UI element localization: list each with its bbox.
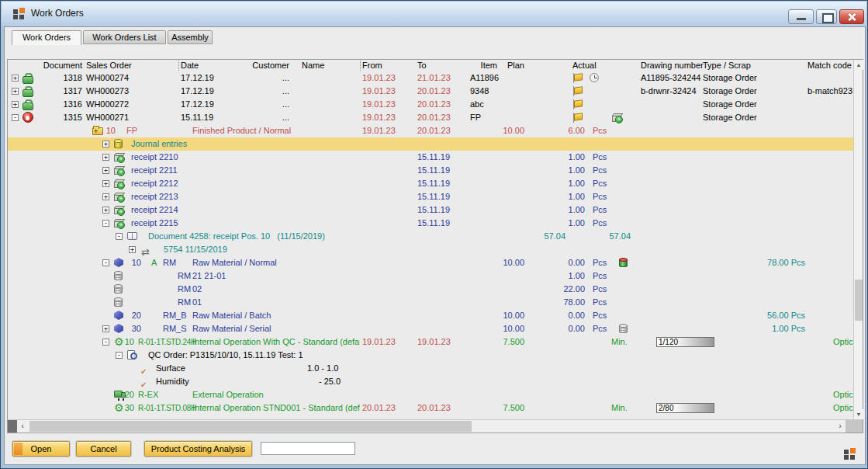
column-header-type[interactable]: Type / Scrap	[703, 61, 751, 71]
expand-expander[interactable]: +	[12, 88, 19, 95]
cell-qty: 22.00	[563, 283, 585, 296]
column-header-plan[interactable]: Plan	[507, 61, 524, 71]
row-op-20-rex[interactable]: 20R-EXExternal OperationOptic	[8, 388, 853, 401]
row-qc-order[interactable]: -QC Order: P1315/10/10, 15.11.19 Test: 1	[8, 349, 853, 362]
row-item-rm[interactable]: -10ARMRaw Material / Normal10.000.00Pcs7…	[8, 256, 853, 269]
horizontal-scrollbar-thumb[interactable]	[29, 421, 472, 432]
column-header-date[interactable]: Date	[181, 61, 199, 71]
scroll-up-icon[interactable]: ▲	[854, 60, 863, 70]
row-receipt-2211[interactable]: +receipt 221115.11.191.00Pcs	[8, 164, 853, 177]
horizontal-scrollbar[interactable]: ‹ ›	[8, 419, 863, 433]
column-header-match[interactable]: Match code	[807, 61, 852, 71]
column-header-so[interactable]: Sales Order	[86, 61, 132, 71]
row-receipt-2213[interactable]: +receipt 221315.11.191.00Pcs	[8, 190, 853, 203]
row-doc-1315[interactable]: -1315WH00027115.11.19...19.01.2320.01.23…	[8, 111, 853, 124]
scroll-down-icon[interactable]: ▼	[854, 409, 863, 419]
cell-date: 15.11.19	[181, 111, 213, 124]
row-receipt-2215[interactable]: -receipt 221515.11.191.00Pcs	[8, 217, 853, 230]
cancel-button[interactable]: Cancel	[76, 441, 131, 457]
row-bin-rm-2[interactable]: RM0222.00Pcs	[8, 283, 853, 296]
collapse-expander[interactable]: -	[116, 233, 123, 240]
open-button[interactable]: Open	[12, 441, 70, 457]
row-op-30[interactable]: 30R-01-1T.STD.08HInternal Operation STND…	[8, 401, 853, 415]
row-receipt-2214[interactable]: +receipt 221415.11.191.00Pcs	[8, 203, 853, 217]
scroll-left-icon[interactable]: ‹	[17, 420, 28, 433]
cell-unit: Pcs	[593, 124, 607, 137]
cell-type: Storage Order	[703, 71, 757, 85]
expand-expander[interactable]: +	[129, 246, 136, 253]
cell-unit: Pcs	[593, 283, 607, 296]
column-header-name[interactable]: Name	[302, 61, 324, 71]
row-doc-1316[interactable]: +1316WH00027217.12.19...19.01.2320.01.23…	[8, 98, 853, 111]
row-op-10[interactable]: -10R-01-1T.STD.24HInternal Operation Wit…	[8, 335, 853, 349]
column-header-actual[interactable]: Actual	[572, 61, 597, 71]
tab-work-orders-list[interactable]: Work Orders List	[83, 30, 166, 44]
vertical-scrollbar-thumb[interactable]	[855, 280, 863, 321]
row-qc-test-surface[interactable]: Surface1.0 - 1.0	[8, 362, 853, 375]
quantity-progress-field[interactable]: 1/120	[656, 337, 714, 347]
tab-work-orders[interactable]: Work Orders	[12, 30, 81, 45]
cell-plan: 10.00	[503, 124, 524, 137]
column-header-from[interactable]: From	[362, 61, 382, 71]
expand-expander[interactable]: +	[12, 101, 19, 108]
resize-grip-icon[interactable]	[843, 448, 856, 460]
cylinder-yellow-icon	[114, 140, 123, 148]
row-pos-10-fp[interactable]: 10FPFinished Product / Normal19.01.2320.…	[8, 124, 853, 137]
vertical-scrollbar[interactable]: ▲ ▼	[853, 60, 863, 419]
collapse-expander[interactable]: -	[12, 114, 19, 121]
expand-expander[interactable]: +	[102, 141, 109, 148]
expand-expander[interactable]: +	[102, 167, 109, 174]
cell-desc: External Operation	[192, 388, 264, 401]
row-item-rm-s[interactable]: +30RM_SRaw Material / Serial10.000.00Pcs…	[8, 322, 853, 335]
cell-codeOp: R-01-1T.STD.08H	[138, 401, 196, 415]
minimize-button[interactable]	[788, 9, 814, 24]
row-qc-test-humidity[interactable]: Humidity- 25.0	[8, 375, 853, 388]
collapse-expander[interactable]: -	[116, 352, 123, 359]
cell-posOp: 10	[125, 335, 134, 349]
row-receipt-2210[interactable]: +receipt 221015.11.191.00Pcs	[8, 151, 853, 164]
cell-type: Storage Order	[703, 98, 757, 111]
column-header-to[interactable]: To	[417, 61, 427, 71]
collapse-expander[interactable]: -	[102, 259, 109, 266]
cell-from: 19.01.23	[362, 98, 396, 111]
expand-expander[interactable]: +	[102, 193, 109, 200]
cube-blue-icon	[114, 258, 123, 267]
expand-expander[interactable]: +	[102, 207, 109, 214]
cell-qty: 0.00	[569, 256, 585, 269]
cell-posOp: 20	[125, 388, 134, 401]
restore-button[interactable]	[816, 9, 837, 24]
collapse-expander[interactable]: -	[102, 339, 109, 346]
cell-item: A11896	[470, 71, 499, 85]
row-doc-1318[interactable]: +1318WH00027417.12.19...19.01.2321.01.23…	[8, 71, 853, 85]
column-header-drawing[interactable]: Drawing number	[641, 61, 704, 71]
column-header-item[interactable]: Item	[481, 61, 497, 71]
row-bin-rm-1[interactable]: RM21 21-011.00Pcs	[8, 269, 853, 283]
row-item-rm-b[interactable]: 20RM_BRaw Material / Batch10.000.00Pcs56…	[8, 309, 853, 322]
row-receipt-2212[interactable]: +receipt 221215.11.191.00Pcs	[8, 177, 853, 190]
expand-expander[interactable]: +	[102, 180, 109, 187]
cell-type: Storage Order	[703, 111, 757, 124]
close-button[interactable]	[839, 9, 864, 24]
box-green-plus-icon	[114, 207, 123, 214]
row-bin-rm-3[interactable]: RM0178.00Pcs	[8, 296, 853, 309]
row-transfer-5754[interactable]: +5754 11/15/2019	[8, 243, 853, 256]
footer-text-input[interactable]	[261, 442, 355, 455]
column-splitter[interactable]	[8, 420, 17, 433]
expand-expander[interactable]: +	[102, 154, 109, 161]
expand-expander[interactable]: +	[12, 75, 19, 82]
title-bar[interactable]: Work Orders	[2, 2, 866, 26]
check-orange-icon	[140, 363, 151, 373]
row-journal-entries[interactable]: +Journal entries	[8, 137, 853, 151]
collapse-expander[interactable]: -	[102, 220, 109, 227]
truck-green-icon	[114, 391, 126, 399]
row-doc-1317[interactable]: +1317WH00027317.12.19...19.01.2320.01.23…	[8, 85, 853, 98]
scroll-right-icon[interactable]: ›	[835, 420, 846, 433]
product-costing-analysis-button[interactable]: Product Costing Analysis	[144, 441, 252, 457]
expand-expander[interactable]: +	[102, 325, 109, 332]
tab-assembly[interactable]: Assembly	[168, 30, 213, 44]
column-header-doc[interactable]: Document	[43, 61, 82, 71]
row-document-4258[interactable]: -Document 4258: receipt Pos. 10 (11/15/2…	[8, 230, 853, 243]
quantity-progress-field[interactable]: 2/80	[656, 403, 714, 413]
cell-doc: 1316	[64, 98, 82, 111]
column-header-cust[interactable]: Customer	[252, 61, 289, 71]
